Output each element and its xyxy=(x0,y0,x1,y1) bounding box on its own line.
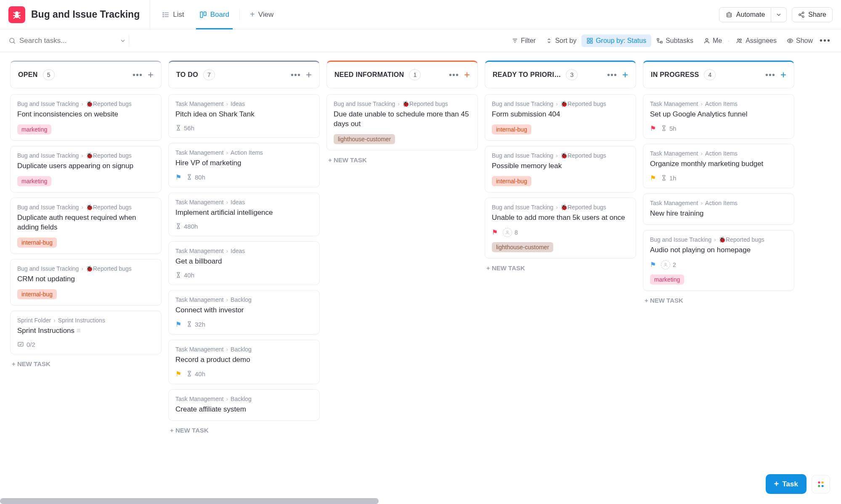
new-task-button[interactable]: + NEW TASK xyxy=(485,259,636,277)
assignees-button[interactable]: Assignees xyxy=(730,34,782,47)
subtasks-button[interactable]: Subtasks xyxy=(651,34,698,47)
tag[interactable]: lighthouse-customer xyxy=(334,134,395,144)
sort-icon xyxy=(546,37,552,44)
column-menu[interactable]: ••• xyxy=(607,70,617,80)
column-menu[interactable]: ••• xyxy=(291,70,301,80)
filter-button[interactable]: Filter xyxy=(507,34,541,47)
svg-rect-1 xyxy=(15,14,19,18)
tag[interactable]: marketing xyxy=(17,124,51,135)
column-header[interactable]: TO DO 7 ••• + xyxy=(168,61,320,88)
column-header[interactable]: READY TO PRIORI… 3 ••• + xyxy=(485,61,636,88)
task-card[interactable]: Task Management›Action ItemsSet up Googl… xyxy=(643,94,794,139)
column-menu[interactable]: ••• xyxy=(449,70,459,80)
task-card[interactable]: Bug and Issue Tracking›🐞Reported bugsFor… xyxy=(485,94,636,141)
task-card[interactable]: Task Management›BacklogCreate affiliate … xyxy=(168,389,320,421)
svg-rect-35 xyxy=(661,41,662,43)
column-add[interactable]: + xyxy=(780,70,786,80)
column-add[interactable]: + xyxy=(306,70,312,80)
search-icon xyxy=(8,37,16,45)
tab-board[interactable]: Board xyxy=(192,0,237,29)
tag[interactable]: internal-bug xyxy=(17,237,57,248)
tag[interactable]: internal-bug xyxy=(17,289,57,299)
task-card[interactable]: Task Management›IdeasImplement artificia… xyxy=(168,193,320,236)
tab-list[interactable]: List xyxy=(154,0,191,29)
new-task-button[interactable]: + NEW TASK xyxy=(10,354,162,373)
search-input[interactable] xyxy=(19,37,116,45)
more-button[interactable]: ••• xyxy=(818,33,833,48)
search-wrap[interactable] xyxy=(8,37,126,45)
apps-fab[interactable] xyxy=(812,475,830,493)
column: READY TO PRIORI… 3 ••• +Bug and Issue Tr… xyxy=(485,61,636,488)
column-menu[interactable]: ••• xyxy=(765,70,775,80)
card-title: Implement artificial intelligence xyxy=(175,208,313,218)
new-task-fab[interactable]: + Task xyxy=(766,474,807,494)
svg-point-25 xyxy=(10,38,14,43)
svg-point-39 xyxy=(789,40,791,42)
time-estimate: 5h xyxy=(661,125,677,132)
breadcrumb: Bug and Issue Tracking›🐞Reported bugs xyxy=(17,152,154,159)
column-header[interactable]: IN PROGRESS 4 ••• + xyxy=(643,61,794,88)
column-add[interactable]: + xyxy=(148,70,154,80)
chevron-down-icon[interactable] xyxy=(119,37,126,44)
tag[interactable]: marketing xyxy=(17,176,51,186)
column-add[interactable]: + xyxy=(622,70,628,80)
column-header[interactable]: OPEN 5 ••• + xyxy=(10,61,162,88)
tag[interactable]: lighthouse-customer xyxy=(492,242,553,252)
task-card[interactable]: Task Management›Action ItemsHire VP of m… xyxy=(168,143,320,187)
chevron-down-icon xyxy=(775,11,782,18)
task-card[interactable]: Bug and Issue Tracking›🐞Reported bugsUna… xyxy=(485,198,636,259)
task-card[interactable]: Task Management›IdeasPitch idea on Shark… xyxy=(168,94,320,138)
task-card[interactable]: Bug and Issue Tracking›🐞Reported bugsDue… xyxy=(326,94,478,150)
new-task-button[interactable]: + NEW TASK xyxy=(643,291,794,310)
tag[interactable]: marketing xyxy=(650,274,684,285)
time-estimate: 80h xyxy=(186,174,205,181)
task-card[interactable]: Task Management›BacklogConnect with inve… xyxy=(168,290,320,335)
column-menu[interactable]: ••• xyxy=(133,70,143,80)
tab-add-view[interactable]: + View xyxy=(242,0,281,29)
priority-flag-icon: ⚑ xyxy=(650,174,656,182)
svg-rect-40 xyxy=(18,342,23,346)
breadcrumb: Task Management›Action Items xyxy=(650,100,787,107)
column-add[interactable]: + xyxy=(464,70,470,80)
board[interactable]: OPEN 5 ••• +Bug and Issue Tracking›🐞Repo… xyxy=(0,52,841,496)
task-card[interactable]: Bug and Issue Tracking›🐞Reported bugsFon… xyxy=(10,94,162,141)
svg-line-26 xyxy=(13,42,15,43)
card-title: Hire VP of marketing xyxy=(175,158,313,168)
task-card[interactable]: Bug and Issue Tracking›🐞Reported bugsDup… xyxy=(10,198,162,254)
task-card[interactable]: Bug and Issue Tracking›🐞Reported bugsPos… xyxy=(485,146,636,193)
priority-flag-icon: ⚑ xyxy=(650,261,656,269)
assignee-count: 2 xyxy=(661,260,676,269)
people-icon xyxy=(735,37,743,44)
new-task-button[interactable]: + NEW TASK xyxy=(168,421,320,440)
group-by-button[interactable]: Group by: Status xyxy=(581,34,651,47)
task-card[interactable]: Task Management›BacklogRecord a product … xyxy=(168,340,320,384)
task-card[interactable]: Task Management›Action ItemsNew hire tra… xyxy=(643,193,794,225)
breadcrumb: Task Management›Ideas xyxy=(175,248,313,254)
sort-button[interactable]: Sort by xyxy=(541,34,581,47)
svg-rect-33 xyxy=(590,41,592,43)
task-card[interactable]: Bug and Issue Tracking›🐞Reported bugsDup… xyxy=(10,146,162,193)
card-title: Font inconsistencies on website xyxy=(17,110,154,119)
filter-icon xyxy=(512,37,518,44)
breadcrumb: Bug and Issue Tracking›🐞Reported bugs xyxy=(492,204,629,211)
automate-button[interactable]: Automate xyxy=(719,7,771,22)
card-title: Audio not playing on homepage xyxy=(650,245,787,255)
task-card[interactable]: Bug and Issue Tracking›🐞Reported bugsAud… xyxy=(643,230,794,291)
task-card[interactable]: Bug and Issue Tracking›🐞Reported bugsCRM… xyxy=(10,259,162,306)
column-header[interactable]: NEED INFORMATION 1 ••• + xyxy=(326,61,478,88)
new-task-button[interactable]: + NEW TASK xyxy=(326,150,478,169)
tag[interactable]: internal-bug xyxy=(492,124,531,135)
task-card[interactable]: Task Management›IdeasGet a billboard40h xyxy=(168,241,320,285)
tag[interactable]: internal-bug xyxy=(492,176,531,186)
horizontal-scrollbar[interactable] xyxy=(0,498,379,504)
automate-dropdown[interactable] xyxy=(771,7,787,22)
task-card[interactable]: Sprint Folder›Sprint InstructionsSprint … xyxy=(10,311,162,354)
me-button[interactable]: Me xyxy=(698,34,727,47)
show-button[interactable]: Show xyxy=(782,34,818,47)
view-tabs: List Board + View xyxy=(150,0,281,29)
priority-flag-icon: ⚑ xyxy=(492,228,498,236)
app-logo xyxy=(8,6,25,23)
task-card[interactable]: Task Management›Action ItemsOrganize mon… xyxy=(643,144,794,188)
svg-point-18 xyxy=(730,15,730,16)
share-button[interactable]: Share xyxy=(792,7,833,22)
